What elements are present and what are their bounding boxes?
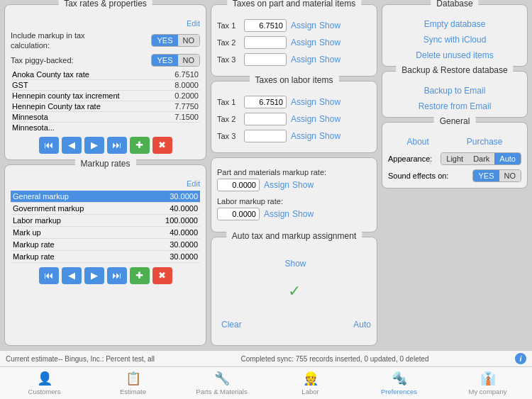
markup-name: Government markup xyxy=(11,202,138,214)
light-btn[interactable]: Light xyxy=(441,153,468,164)
tax-labor-show-1[interactable]: Show xyxy=(319,97,340,107)
markup-row[interactable]: Government markup40.0000 xyxy=(11,202,200,214)
appearance-buttons[interactable]: Light Dark Auto xyxy=(440,152,521,165)
auto-tax-show[interactable]: Show xyxy=(284,259,306,269)
tab-parts---materials[interactable]: 🔧Parts & Materials xyxy=(177,367,266,399)
tab-label-0: Customers xyxy=(28,388,61,395)
include-tax-no[interactable]: NO xyxy=(178,35,200,46)
piggy-back-no[interactable]: NO xyxy=(178,55,200,66)
tax-labor-input-2[interactable] xyxy=(244,113,287,125)
tax-labor-assign-2[interactable]: Assign xyxy=(291,114,316,124)
markup-rates-title: Markup rates xyxy=(74,159,135,169)
check-icon: ✓ xyxy=(217,282,371,300)
tax-labor-input-3[interactable] xyxy=(244,130,287,142)
left-column: Tax rates & properties Edit Include mark… xyxy=(4,4,206,346)
status-left: Current estimate-- Bingus, Inc.: Percent… xyxy=(6,355,155,363)
taxes-part-row-3: Tax 3 Assign Show xyxy=(217,53,371,66)
nav-last[interactable]: ⏭ xyxy=(107,137,127,154)
markup-nav-last[interactable]: ⏭ xyxy=(107,267,127,284)
delete-unused-link[interactable]: Delete unused items xyxy=(388,50,521,60)
tax-name: Minnesota... xyxy=(11,122,163,133)
auto-tax-clear[interactable]: Clear xyxy=(221,320,242,330)
tax-value: 6.7510 xyxy=(163,69,200,80)
markup-name: Markup rate xyxy=(11,250,138,262)
auto-tax-auto[interactable]: Auto xyxy=(353,320,371,330)
auto-btn[interactable]: Auto xyxy=(494,153,521,164)
tax-rates-edit[interactable]: Edit xyxy=(187,19,200,28)
tax-part-show-1[interactable]: Show xyxy=(319,21,340,30)
labor-markup-label: Labor markup rate: xyxy=(217,197,283,206)
taxes-part-row-2: Tax 2 Assign Show xyxy=(217,36,371,49)
part-markup-show[interactable]: Show xyxy=(292,180,314,190)
nav-next[interactable]: ▶ xyxy=(84,137,104,154)
dark-btn[interactable]: Dark xyxy=(468,153,494,164)
tax-part-input-1[interactable] xyxy=(244,19,287,32)
labor-markup-input[interactable] xyxy=(217,208,260,220)
nav-first[interactable]: ⏮ xyxy=(39,137,59,154)
database-title: Database xyxy=(431,0,478,9)
tab-customers[interactable]: 👤Customers xyxy=(0,367,89,399)
tax-part-show-3[interactable]: Show xyxy=(319,55,340,64)
tax-labor-assign-3[interactable]: Assign xyxy=(291,131,316,141)
tax-labor-input-1[interactable] xyxy=(244,96,287,108)
purchase-link[interactable]: Purchase xyxy=(467,137,503,147)
status-bar: Current estimate-- Bingus, Inc.: Percent… xyxy=(0,350,532,366)
part-markup-assign[interactable]: Assign xyxy=(264,180,289,190)
tab-labor[interactable]: 👷Labor xyxy=(266,367,355,399)
markup-nav-next[interactable]: ▶ xyxy=(84,267,104,284)
sound-toggle[interactable]: YES NO xyxy=(472,169,521,182)
tax-part-assign-3[interactable]: Assign xyxy=(291,55,316,64)
tab-icon-0: 👤 xyxy=(37,371,52,386)
markup-rates-table: General markup30.0000Government markup40… xyxy=(11,191,200,263)
tax-name: Hennepin County tax rate xyxy=(11,101,163,111)
markup-name: Markup rate xyxy=(11,238,138,250)
tax-labor-label: Tax 1 xyxy=(217,98,244,106)
include-tax-yes[interactable]: YES xyxy=(152,35,177,46)
sync-icloud-link[interactable]: Sync with iCloud xyxy=(388,35,521,45)
empty-database-link[interactable]: Empty database xyxy=(388,19,521,29)
tax-part-assign-1[interactable]: Assign xyxy=(291,21,316,30)
markup-nav-first[interactable]: ⏮ xyxy=(39,267,59,284)
tax-part-show-2[interactable]: Show xyxy=(319,38,340,47)
nav-delete[interactable]: ✖ xyxy=(153,137,172,154)
taxes-labor-row-2: Tax 2 Assign Show xyxy=(217,113,371,125)
labor-markup-assign[interactable]: Assign xyxy=(264,209,289,219)
markup-nav-delete[interactable]: ✖ xyxy=(153,267,172,284)
tax-labor-assign-1[interactable]: Assign xyxy=(291,97,316,107)
piggy-back-toggle[interactable]: YES NO xyxy=(151,54,200,67)
piggy-back-yes[interactable]: YES xyxy=(152,55,177,66)
tab-my-company[interactable]: 👔My company xyxy=(443,367,532,399)
tax-part-input-3[interactable] xyxy=(244,53,287,66)
markup-row[interactable]: Markup rate30.0000 xyxy=(11,238,200,250)
about-link[interactable]: About xyxy=(406,137,428,147)
right-column: Database Empty database Sync with iCloud… xyxy=(382,4,528,346)
nav-prev[interactable]: ◀ xyxy=(62,137,82,154)
sound-no[interactable]: NO xyxy=(499,170,521,181)
info-icon[interactable]: i xyxy=(515,353,526,364)
markup-row[interactable]: General markup30.0000 xyxy=(11,191,200,203)
tax-part-input-2[interactable] xyxy=(244,36,287,49)
markup-row[interactable]: Markup rate30.0000 xyxy=(11,250,200,262)
restore-email-link[interactable]: Restore from Email xyxy=(388,101,521,111)
tax-rate-row: GST8.0000 xyxy=(11,79,200,90)
labor-markup-show[interactable]: Show xyxy=(292,209,314,219)
part-markup-input[interactable] xyxy=(217,179,260,191)
markup-nav-add[interactable]: ✚ xyxy=(130,267,150,284)
markup-row[interactable]: Mark up40.0000 xyxy=(11,226,200,238)
tax-labor-show-2[interactable]: Show xyxy=(319,114,340,124)
markup-value: 100.0000 xyxy=(138,214,200,226)
tax-labor-show-3[interactable]: Show xyxy=(319,131,340,141)
general-title: General xyxy=(434,116,476,126)
markup-row[interactable]: Labor markup100.0000 xyxy=(11,214,200,226)
nav-add[interactable]: ✚ xyxy=(130,137,150,154)
backup-email-link[interactable]: Backup to Email xyxy=(388,86,521,96)
markup-rates-edit[interactable]: Edit xyxy=(187,179,200,188)
include-tax-toggle[interactable]: YES NO xyxy=(151,34,200,47)
tax-part-assign-2[interactable]: Assign xyxy=(291,38,316,47)
markup-nav-prev[interactable]: ◀ xyxy=(62,267,82,284)
tax-rate-row: Hennepin county tax increment0.2000 xyxy=(11,90,200,101)
tab-preferences[interactable]: 🔩Preferences xyxy=(355,367,443,399)
tab-estimate[interactable]: 📋Estimate xyxy=(89,367,177,399)
sound-yes[interactable]: YES xyxy=(473,170,499,181)
tax-rates-panel: Tax rates & properties Edit Include mark… xyxy=(4,4,206,160)
